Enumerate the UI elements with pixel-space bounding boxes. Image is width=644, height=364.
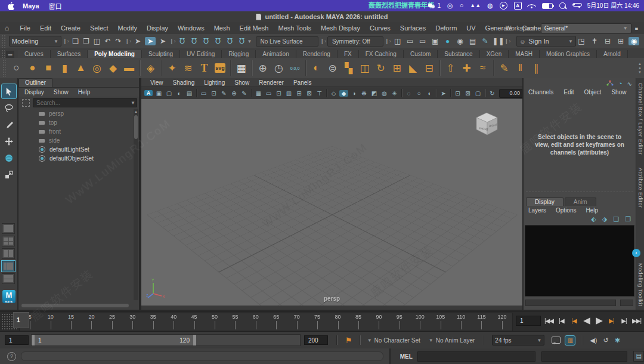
layer-sort-up-icon[interactable]: ⬖ [591,215,596,223]
safe-action-icon[interactable]: ⊠ [304,90,314,97]
timeline-tick[interactable]: 15 [61,313,81,331]
tab-channel-box-layer-editor[interactable]: Channel Box / Layer Editor [637,83,643,155]
type-tool-icon[interactable]: T [196,62,212,75]
shelf-divider[interactable] [140,60,140,76]
camera-attributes-icon[interactable]: ◐ [174,90,184,97]
viewport-menu-item[interactable]: Panels [289,79,316,86]
statusline-grip[interactable] [1,35,5,48]
step-back-key-button[interactable]: |◀ [569,314,579,327]
viewport-menu-item[interactable]: View [146,79,168,86]
set-key-icon[interactable]: ⚑ [345,336,352,345]
channel-box-menu-item[interactable]: Show [611,89,626,95]
new-scene-icon[interactable]: ❏ [70,37,81,45]
shelf-tab[interactable]: Arnold [597,50,628,58]
character-controls-icon[interactable]: ✱ [615,337,620,344]
animation-preferences-button[interactable]: ▥ [565,336,575,345]
character-set-select[interactable]: ▼No Character Set [367,337,420,344]
shelf-menu-icon[interactable]: ▬ [6,51,14,58]
shelf-tab[interactable]: Curves [18,50,51,58]
layer-sort-down-icon[interactable]: ⬗ [602,215,607,223]
render-view-icon[interactable]: ◫ [392,37,403,45]
shelf-tab[interactable]: Animation [256,50,296,58]
poly-cylinder-icon[interactable]: ▮ [57,62,73,75]
playback-speed-icon[interactable]: ↺ [603,337,608,344]
anim-layer-select[interactable]: ▼No Anim Layer [429,337,475,344]
sign-in-button[interactable]: ☺Sign In▼ [516,36,576,47]
timeline-tick[interactable]: 40 [163,313,184,331]
menu-item[interactable]: Deform [431,24,462,32]
timeline-tick[interactable]: 55 [225,313,245,331]
timeline-tick[interactable]: 30 [122,313,143,331]
shelf-item-menu-icon[interactable]: ○ [8,62,24,74]
shelf-grip[interactable] [1,50,5,58]
viewport-menu-item[interactable]: Lighting [200,79,229,86]
play-circle-icon[interactable]: ▶ [500,2,507,10]
offset-edge-loop-icon[interactable]: ∥ [528,62,544,75]
menu-item[interactable]: Windows [173,24,209,32]
timeline-tick[interactable]: 95 [389,313,410,331]
timeline-tick[interactable]: 45 [184,313,204,331]
paint-effects-icon[interactable]: ✎ [480,37,491,45]
layer-editor-menu-item[interactable]: Help [586,207,598,214]
workspace-select[interactable]: General*▼ [541,23,631,33]
snap-grid-icon[interactable]: ℧ [177,37,188,45]
shelf-tab[interactable]: XGen [480,50,509,58]
tab-attribute-editor[interactable]: Attribute Editor [637,168,643,208]
vt-divider[interactable] [436,89,436,97]
timeline-tick[interactable]: 75 [307,313,327,331]
outliner-horizontal-scrollbar[interactable] [21,304,129,307]
safe-title-icon[interactable]: ⊤ [314,90,324,97]
shelf-tab[interactable]: MASH [509,50,540,58]
range-slider-track[interactable]: 1 120 [31,334,301,346]
fps-select[interactable]: 24 fps▼ [492,335,544,346]
timeline-tick[interactable]: 120 [492,313,512,331]
ui-window-icon[interactable]: ▦ [233,62,249,75]
insert-edge-loop-icon[interactable]: ‖ [512,62,528,74]
timeline-tick[interactable]: 20 [81,313,101,331]
outliner-filter-icon[interactable] [22,99,30,107]
outliner-item[interactable]: persp [18,109,133,118]
outliner-menu-item[interactable]: Help [78,89,91,95]
anti-aliasing-icon[interactable]: ✳ [389,90,400,97]
poly-torus-icon[interactable]: ◎ [89,62,105,75]
timeline-tick[interactable]: 80 [327,313,348,331]
shelf-tab[interactable]: Rigging [222,50,256,58]
bevel-icon[interactable]: ✚ [459,62,475,75]
toggle-channel-box-icon[interactable]: ⊟ [602,37,613,45]
playback-range-bar[interactable]: 1 120 [32,335,196,346]
menu-item[interactable]: Create [56,24,85,32]
timeline-tick[interactable]: 100 [410,313,430,331]
layer-list-area[interactable] [525,225,634,297]
shelf-tab[interactable]: Custom [404,50,438,58]
status-ring-icon[interactable]: ○ [460,0,464,11]
outliner-search-dropdown-icon[interactable]: ▼ [131,100,135,106]
screen-space-ao-icon[interactable]: ◍ [379,90,389,97]
sweep-mesh-icon[interactable]: ≋ [180,62,196,75]
timeline-tick[interactable]: 105 [430,313,450,331]
outliner-panel-tab[interactable]: Outliner [18,78,52,87]
grease-pencil-icon[interactable]: ✎ [219,90,229,97]
shelf-scroll-arrows[interactable]: ▲●▼ [638,62,642,74]
lasso-tool-button[interactable] [2,101,16,115]
vt-divider[interactable] [485,89,485,97]
booleans-icon[interactable]: ⊟ [421,62,437,75]
outliner-vertical-scrollbar[interactable]: ▲ [134,109,138,300]
snap-point-icon[interactable]: ℧ [201,37,212,45]
sculpt-tool-icon[interactable]: ◐ [308,62,324,74]
shelf-divider[interactable] [493,60,494,76]
live-surface-field[interactable]: No Live Surface [256,36,319,47]
svg-tool-icon[interactable]: svg [215,63,225,73]
layout-single-pane-button[interactable] [2,223,15,234]
construction-plane-icon[interactable]: ⊕ [255,62,271,75]
retopologize-icon[interactable]: ↻ [373,62,389,75]
asset-browser-icon[interactable]: ▤ [467,37,478,45]
toggle-tool-settings-icon[interactable]: ◉ [628,37,639,45]
new-empty-layer-icon[interactable]: ❏ [613,215,619,223]
origin-coords-icon[interactable]: 0,0,0 [287,66,303,70]
viewport-menu-item[interactable]: Renderer [255,79,288,86]
menu-item[interactable]: File [15,24,35,32]
menu-item[interactable]: Display [142,24,173,32]
menu-item[interactable]: Select [85,24,113,32]
poly-cone-icon[interactable]: ▲ [73,62,89,74]
super-shape-icon[interactable]: ✦ [164,62,180,75]
